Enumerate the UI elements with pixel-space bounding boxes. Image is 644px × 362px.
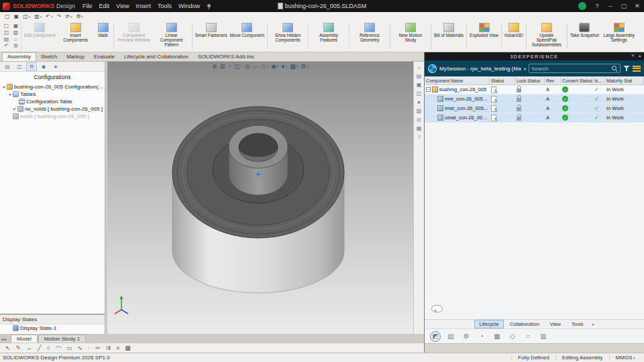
select-icon[interactable]: ↖: [5, 345, 11, 351]
home-icon[interactable]: ⌂: [11, 36, 20, 42]
open-doc-icon[interactable]: ▣: [11, 23, 20, 29]
lifecycle-share-icon[interactable]: ⚙: [461, 331, 472, 342]
column-maturity-stat[interactable]: Maturity Stat: [605, 76, 644, 84]
lifecycle-compare-icon[interactable]: ○: [523, 331, 533, 342]
column-convert-status[interactable]: Convert Status: [561, 76, 593, 84]
3dexperience-compass-icon[interactable]: [428, 64, 437, 73]
component-row-bushing-con-26-005[interactable]: −bushing_con-26_005 A ✓ ✓ In Work: [425, 85, 644, 95]
minimize-button[interactable]: –: [604, 0, 617, 12]
configurationmanager-tab[interactable]: ⚙: [26, 62, 37, 71]
panel-tab-view[interactable]: View: [545, 320, 566, 328]
new-document-icon[interactable]: ▢: [3, 13, 12, 19]
close-button[interactable]: ✕: [631, 0, 644, 12]
menu-item-window[interactable]: Window: [175, 3, 203, 9]
help-button[interactable]: ?: [590, 0, 604, 12]
zoom-to-area-icon[interactable]: ⊞: [220, 63, 225, 70]
undo-icon[interactable]: ↶▾: [44, 13, 54, 19]
expander-icon[interactable]: ▾: [1, 84, 7, 89]
tab-evaluate[interactable]: Evaluate: [89, 53, 119, 61]
ribbon-button-component-preview-window[interactable]: Component Preview Window: [115, 21, 153, 51]
lifecycle-more-icon[interactable]: ▥: [538, 331, 549, 342]
panel-tab-tools[interactable]: Tools: [567, 320, 588, 328]
tree-item-no-voids[interactable]: ✔no_voids [ bushing-con-26_005 ]: [0, 105, 105, 113]
chat-icon[interactable]: [431, 305, 443, 312]
messages-icon[interactable]: ▦: [417, 125, 422, 131]
previous-view-icon[interactable]: ◔: [227, 63, 231, 70]
rebuild-icon[interactable]: ⟳▾: [63, 13, 74, 19]
tree-item-tables[interactable]: ▾Tables: [0, 90, 105, 98]
lifecycle-bookmark-icon[interactable]: ▤: [445, 331, 456, 342]
circle-icon[interactable]: ○: [47, 345, 50, 351]
search-box[interactable]: [529, 64, 621, 73]
panel-tabs-caret-icon[interactable]: ▾: [592, 322, 594, 326]
tab-lifecycle-and-collaboration[interactable]: Lifecycle and Collaboration: [119, 53, 193, 61]
component-row-omet-con-26-005[interactable]: omet_con-26_005... A ✓ ✓ In Work: [425, 113, 644, 123]
displaymanager-tab[interactable]: ●: [50, 62, 61, 71]
display-style-icon[interactable]: ◇▾: [261, 63, 268, 70]
ribbon-button-linear-component-pattern[interactable]: Linear Component Pattern: [153, 21, 191, 51]
ribbon-button-smart-fasteners[interactable]: Smart Fasteners: [194, 21, 229, 51]
menu-item-edit[interactable]: Edit: [96, 3, 113, 9]
edit-appearance-icon[interactable]: ●▾: [281, 63, 287, 70]
tree-item-bushing-con-26-005[interactable]: ▾bushing-con-26_005 Configuration(s) (no…: [0, 83, 105, 90]
tab-markup[interactable]: Markup: [62, 53, 89, 61]
filter-icon[interactable]: [623, 65, 630, 72]
bushing-3d-model[interactable]: [107, 62, 413, 334]
rectangle-icon[interactable]: ▭: [66, 345, 72, 351]
custom-properties-icon[interactable]: ▥: [417, 108, 422, 114]
component-row-imet-con-26-005[interactable]: imet_con-26_005... A ✓ ✓ In Work: [425, 104, 644, 113]
zoom-to-fit-icon[interactable]: ⊕: [212, 63, 217, 70]
open-icon[interactable]: ▣: [12, 13, 21, 19]
tab-assembly[interactable]: Assembly: [2, 52, 36, 61]
view-settings-icon[interactable]: ⚙▾: [301, 63, 309, 70]
panel-tab-collaboration[interactable]: Collaboration: [505, 320, 544, 328]
arc-icon[interactable]: ◠: [56, 345, 61, 351]
ribbon-button-exploded-view[interactable]: Exploded View: [468, 21, 500, 51]
model-bushing[interactable]: [107, 62, 413, 334]
save-icon[interactable]: ◫▾: [21, 13, 32, 19]
session-caret-icon[interactable]: ▾: [524, 66, 526, 71]
menu-icon[interactable]: [633, 66, 641, 72]
print-icon[interactable]: ▥▾: [32, 13, 44, 19]
ribbon-button-instant3d[interactable]: Instant3D: [503, 21, 525, 51]
dynamic-annotation-icon[interactable]: ◎: [245, 63, 250, 70]
sketch-icon[interactable]: ✎: [16, 345, 21, 351]
point-icon[interactable]: ·: [88, 345, 90, 351]
tree-item-voids[interactable]: voids [ bushing-con-26_005 ]: [0, 113, 105, 120]
column-lock-status[interactable]: Lock Status: [515, 76, 545, 84]
panel-close-icon[interactable]: ✕: [631, 53, 636, 58]
display-states-header[interactable]: Display States: [0, 314, 105, 324]
solidworks-resources-icon[interactable]: ⌂: [417, 64, 421, 70]
component-row-mre-con-26-005[interactable]: mre_con-26_005+... A ✓ ✓ In Work: [425, 95, 644, 104]
tree-item-display[interactable]: Display State-1: [0, 324, 105, 332]
print-doc-icon[interactable]: ▥: [11, 29, 20, 36]
session-title[interactable]: MySession - rpv_beta_testing (Main...: [439, 66, 521, 72]
solidworks-app-icon[interactable]: [3, 3, 10, 10]
tab-motion-study-1[interactable]: Motion Study 1: [38, 335, 86, 343]
tab-sketch[interactable]: Sketch: [36, 53, 62, 61]
hide-show-items-icon[interactable]: ◉▾: [271, 63, 278, 70]
lifecycle-maturity-icon[interactable]: ◔: [476, 331, 487, 342]
lifecycle-explore-icon[interactable]: ◩: [430, 331, 441, 342]
forum-icon[interactable]: ◎: [417, 117, 421, 123]
expander-icon[interactable]: ▾: [7, 92, 13, 97]
undo-small-icon[interactable]: ↶: [2, 43, 11, 49]
lifecycle-route-icon[interactable]: ◇: [507, 331, 518, 342]
design-library-icon[interactable]: ▤: [417, 73, 422, 79]
settings-small-icon[interactable]: ⚙: [11, 43, 20, 49]
save-doc-icon[interactable]: ◫: [2, 29, 11, 36]
units-selector[interactable]: MMGS ▾: [609, 355, 641, 361]
column-rev[interactable]: Rev: [545, 76, 561, 84]
offset-icon[interactable]: ≡: [116, 345, 119, 351]
tree-item-configuration[interactable]: Configuration Table: [0, 98, 105, 105]
spline-icon[interactable]: ∿: [77, 345, 83, 351]
lifecycle-revision-icon[interactable]: ▦: [492, 331, 502, 342]
user-avatar[interactable]: [578, 2, 586, 10]
propertymanager-tab[interactable]: ◫: [14, 62, 25, 71]
ribbon-button-take-snapshot[interactable]: Take Snapshot: [569, 21, 600, 51]
ribbon-button-new-motion-study[interactable]: New Motion Study: [392, 21, 429, 51]
ribbon-button-bill-of-materials[interactable]: Bill of Materials: [433, 21, 465, 51]
file-explorer-icon[interactable]: ▣: [417, 82, 422, 88]
graphics-viewport[interactable]: ⊕⊞◔◫▾◎⌂▾◇▾◉▾●▾▦▾⚙▾: [107, 62, 413, 334]
help-icon[interactable]: ?: [417, 134, 420, 140]
